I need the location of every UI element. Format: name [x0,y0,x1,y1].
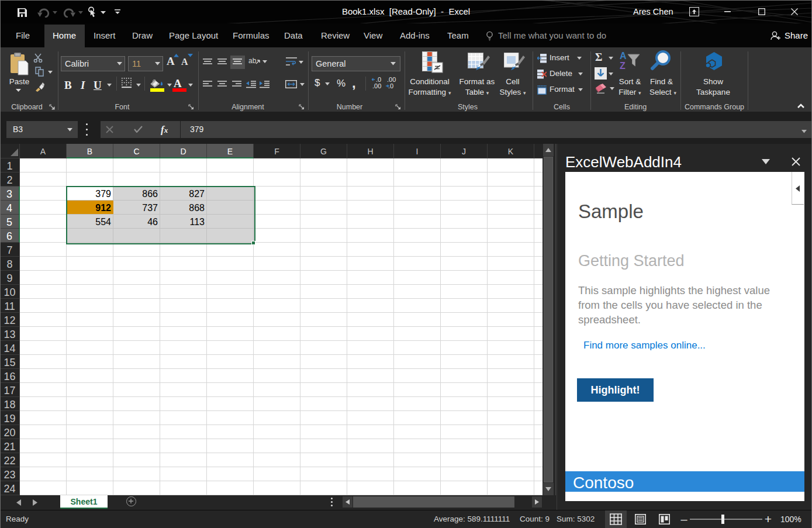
svg-text:.00: .00 [372,82,381,89]
svg-text:ab: ab [248,57,257,65]
svg-text:.0: .0 [376,77,381,83]
svg-text:.0: .0 [388,82,393,89]
svg-text:A: A [620,51,627,61]
svg-text:Z: Z [620,61,626,70]
